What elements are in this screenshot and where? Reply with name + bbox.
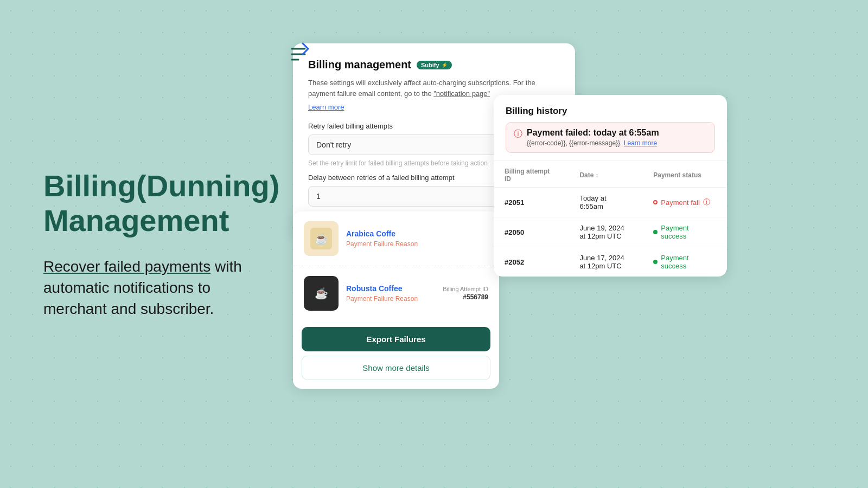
date-2052: June 17, 2024at 12pm UTC	[569, 247, 642, 277]
billing-history-card: Billing history ⓘ Payment failed: today …	[494, 95, 727, 277]
svg-text:☕: ☕	[315, 287, 328, 300]
history-header: Billing history ⓘ Payment failed: today …	[494, 95, 727, 161]
alert-icon: ⓘ	[514, 129, 522, 140]
attempt-id-2052: #2052	[494, 247, 569, 277]
table-row: #2050 June 19, 2024at 12pm UTC Payment s…	[494, 217, 727, 247]
status-fail-badge: Payment fail ⓘ	[653, 197, 716, 207]
nav-arrow-decoration	[288, 41, 309, 70]
attempt-id-2051: #2051	[494, 188, 569, 217]
col-date[interactable]: Date ↕	[569, 161, 642, 188]
col-payment-status: Payment status	[642, 161, 727, 188]
svg-text:☕: ☕	[315, 232, 328, 245]
content-wrapper: Billing(Dunning) Management Recover fail…	[0, 0, 868, 488]
payment-failed-banner: ⓘ Payment failed: today at 6:55am {{erro…	[506, 122, 715, 153]
billing-history-table: Billing attempt ID Date ↕ Payment status	[494, 161, 727, 277]
show-more-details-button[interactable]: Show more details	[302, 356, 490, 380]
page-title: Billing(Dunning) Management	[43, 169, 250, 239]
arabica-product-name: Arabica Coffe	[346, 229, 488, 238]
success-dot-icon	[653, 260, 658, 264]
notification-page-link[interactable]: "notification page"	[433, 89, 490, 98]
product-failure-card: ☕ Arabica Coffe Payment Failure Reason ☕	[293, 211, 499, 389]
robusta-product-reason: Payment Failure Reason	[346, 295, 443, 303]
status-2050: Payment success	[642, 217, 727, 247]
date-2050: June 19, 2024at 12pm UTC	[569, 217, 642, 247]
left-section: Billing(Dunning) Management Recover fail…	[0, 136, 282, 352]
robusta-billing-id: Billing Attempt ID #556789	[443, 286, 488, 301]
status-2052: Payment success	[642, 247, 727, 277]
subtitle-highlighted: Recover failed payments	[43, 258, 210, 275]
robusta-product-image: ☕	[304, 276, 339, 311]
table-header-row: Billing attempt ID Date ↕ Payment status	[494, 161, 727, 188]
table-row: #2052 June 17, 2024at 12pm UTC Payment s…	[494, 247, 727, 277]
export-failures-button[interactable]: Export Failures	[302, 327, 490, 351]
billing-id-value: #556789	[443, 293, 488, 301]
info-icon: ⓘ	[703, 197, 710, 207]
billing-id-label: Billing Attempt ID	[443, 286, 488, 292]
date-2051: Today at 6:55am	[569, 188, 642, 217]
list-item: ☕ Robusta Coffee Payment Failure Reason …	[293, 266, 499, 320]
arabica-product-info: Arabica Coffe Payment Failure Reason	[346, 229, 488, 248]
col-attempt-id: Billing attempt ID	[494, 161, 569, 188]
status-2051: Payment fail ⓘ	[642, 188, 727, 217]
status-success-badge: Payment success	[653, 254, 716, 270]
page-subtitle: Recover failed payments with automatic n…	[43, 256, 250, 320]
attempt-id-2050: #2050	[494, 217, 569, 247]
learn-more-link[interactable]: Learn more	[308, 103, 344, 111]
payment-failed-title: Payment failed: today at 6:55am	[527, 128, 659, 138]
robusta-product-name: Robusta Coffee	[346, 284, 443, 293]
right-section: Billing management Subify These settings…	[282, 0, 868, 488]
status-success-badge: Payment success	[653, 224, 716, 240]
table-row: #2051 Today at 6:55am Payment fail ⓘ	[494, 188, 727, 217]
alert-learn-more-link[interactable]: Learn more	[624, 139, 657, 147]
fail-dot-icon	[653, 200, 658, 204]
payment-failed-content: Payment failed: today at 6:55am {{error-…	[527, 128, 659, 147]
payment-failed-description: {{error-code}}, {{error-message}}. Learn…	[527, 139, 659, 147]
arabica-product-image: ☕	[304, 221, 339, 256]
card-header: Billing management Subify	[308, 59, 560, 71]
arabica-product-reason: Payment Failure Reason	[346, 240, 488, 248]
history-title: Billing history	[506, 106, 715, 117]
sort-icon: ↕	[596, 172, 599, 178]
success-dot-icon	[653, 230, 658, 234]
subify-badge: Subify	[417, 61, 452, 69]
list-item: ☕ Arabica Coffe Payment Failure Reason	[293, 211, 499, 266]
card-title: Billing management	[308, 59, 411, 71]
robusta-product-info: Robusta Coffee Payment Failure Reason	[346, 284, 443, 303]
